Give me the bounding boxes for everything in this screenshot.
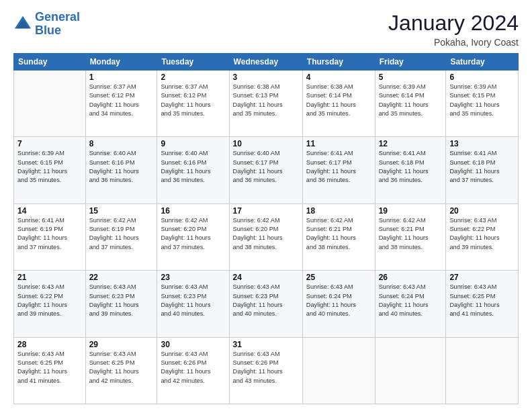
table-row: 2Sunrise: 6:37 AMSunset: 6:12 PMDaylight… bbox=[157, 71, 229, 137]
cell-info: Sunrise: 6:41 AMSunset: 6:18 PMDaylight:… bbox=[379, 149, 443, 185]
cell-daylight-label: Daylight: 11 hours bbox=[89, 101, 139, 108]
cell-info: Sunrise: 6:42 AMSunset: 6:21 PMDaylight:… bbox=[306, 216, 371, 252]
table-row: 25Sunrise: 6:43 AMSunset: 6:24 PMDayligh… bbox=[302, 271, 375, 337]
cell-sunrise: Sunrise: 6:42 AM bbox=[233, 217, 280, 224]
cell-sunrise: Sunrise: 6:43 AM bbox=[233, 283, 280, 290]
cell-day-number: 1 bbox=[89, 73, 154, 82]
cell-daylight-minutes: and 39 minutes. bbox=[17, 310, 61, 317]
cell-sunset: Sunset: 6:15 PM bbox=[449, 92, 495, 99]
cell-daylight-minutes: and 37 minutes. bbox=[449, 177, 493, 183]
cell-sunset: Sunset: 6:24 PM bbox=[306, 293, 352, 300]
header-day-wednesday: Wednesday bbox=[229, 54, 302, 71]
cell-day-number: 26 bbox=[379, 273, 443, 282]
cell-info: Sunrise: 6:42 AMSunset: 6:21 PMDaylight:… bbox=[379, 216, 443, 252]
cell-daylight-minutes: and 39 minutes. bbox=[89, 310, 133, 317]
cell-daylight-minutes: and 40 minutes. bbox=[233, 310, 277, 317]
cell-info: Sunrise: 6:43 AMSunset: 6:23 PMDaylight:… bbox=[89, 283, 154, 318]
cell-info: Sunrise: 6:43 AMSunset: 6:26 PMDaylight:… bbox=[233, 350, 299, 385]
table-row: 7Sunrise: 6:39 AMSunset: 6:15 PMDaylight… bbox=[14, 137, 86, 203]
table-row: 30Sunrise: 6:43 AMSunset: 6:26 PMDayligh… bbox=[157, 337, 229, 404]
cell-daylight-minutes: and 37 minutes. bbox=[89, 244, 133, 250]
table-row: 27Sunrise: 6:43 AMSunset: 6:25 PMDayligh… bbox=[446, 271, 519, 337]
calendar: SundayMondayTuesdayWednesdayThursdayFrid… bbox=[13, 53, 519, 404]
cell-sunrise: Sunrise: 6:40 AM bbox=[89, 150, 136, 156]
table-row: 16Sunrise: 6:42 AMSunset: 6:20 PMDayligh… bbox=[157, 203, 229, 270]
cell-daylight-minutes: and 39 minutes. bbox=[449, 244, 493, 250]
cell-sunset: Sunset: 6:19 PM bbox=[89, 226, 135, 232]
cell-daylight-label: Daylight: 11 hours bbox=[379, 168, 429, 175]
cell-daylight-minutes: and 43 minutes. bbox=[233, 377, 277, 384]
cell-daylight-label: Daylight: 11 hours bbox=[161, 168, 210, 175]
cell-daylight-label: Daylight: 11 hours bbox=[161, 302, 210, 308]
cell-daylight-label: Daylight: 11 hours bbox=[17, 168, 67, 175]
cell-sunset: Sunset: 6:12 PM bbox=[89, 92, 135, 99]
cell-info: Sunrise: 6:39 AMSunset: 6:15 PMDaylight:… bbox=[449, 83, 515, 118]
cell-sunrise: Sunrise: 6:42 AM bbox=[379, 217, 426, 224]
cell-sunset: Sunset: 6:25 PM bbox=[17, 359, 63, 366]
header: General Blue January 2024 Pokaha, Ivory … bbox=[13, 11, 519, 48]
cell-daylight-minutes: and 35 minutes. bbox=[306, 110, 350, 117]
cell-info: Sunrise: 6:43 AMSunset: 6:24 PMDaylight:… bbox=[379, 283, 443, 318]
cell-sunrise: Sunrise: 6:43 AM bbox=[233, 351, 280, 357]
table-row: 3Sunrise: 6:38 AMSunset: 6:13 PMDaylight… bbox=[229, 71, 302, 137]
cell-day-number: 28 bbox=[17, 340, 82, 349]
cell-sunset: Sunset: 6:14 PM bbox=[306, 92, 352, 99]
cell-sunrise: Sunrise: 6:42 AM bbox=[89, 217, 136, 224]
cell-sunrise: Sunrise: 6:41 AM bbox=[449, 150, 496, 156]
cell-daylight-minutes: and 36 minutes. bbox=[89, 177, 133, 183]
table-row bbox=[302, 337, 375, 404]
cell-day-number: 19 bbox=[379, 206, 443, 216]
cell-sunrise: Sunrise: 6:43 AM bbox=[306, 283, 353, 290]
cell-daylight-label: Daylight: 11 hours bbox=[161, 101, 210, 108]
cell-daylight-minutes: and 35 minutes. bbox=[379, 110, 423, 117]
cell-daylight-minutes: and 40 minutes. bbox=[306, 310, 350, 317]
cell-sunset: Sunset: 6:21 PM bbox=[306, 226, 352, 232]
cell-day-number: 22 bbox=[89, 273, 154, 282]
table-row: 6Sunrise: 6:39 AMSunset: 6:15 PMDaylight… bbox=[446, 71, 519, 137]
cell-daylight-minutes: and 34 minutes. bbox=[89, 110, 133, 117]
table-row bbox=[375, 337, 446, 404]
cell-info: Sunrise: 6:43 AMSunset: 6:23 PMDaylight:… bbox=[233, 283, 299, 318]
table-row: 18Sunrise: 6:42 AMSunset: 6:21 PMDayligh… bbox=[302, 203, 375, 270]
cell-info: Sunrise: 6:43 AMSunset: 6:24 PMDaylight:… bbox=[306, 283, 371, 318]
cell-day-number: 5 bbox=[379, 73, 443, 82]
cell-daylight-label: Daylight: 11 hours bbox=[89, 168, 139, 175]
cell-daylight-label: Daylight: 11 hours bbox=[379, 234, 429, 241]
cell-sunset: Sunset: 6:16 PM bbox=[161, 159, 206, 166]
table-row: 9Sunrise: 6:40 AMSunset: 6:16 PMDaylight… bbox=[157, 137, 229, 203]
cell-sunrise: Sunrise: 6:41 AM bbox=[17, 217, 64, 224]
cell-daylight-minutes: and 36 minutes. bbox=[379, 177, 423, 183]
table-row: 4Sunrise: 6:38 AMSunset: 6:14 PMDaylight… bbox=[302, 71, 375, 137]
cell-day-number: 3 bbox=[233, 73, 299, 82]
cell-daylight-minutes: and 41 minutes. bbox=[17, 377, 61, 384]
table-row bbox=[14, 71, 86, 137]
cell-info: Sunrise: 6:41 AMSunset: 6:17 PMDaylight:… bbox=[306, 149, 371, 185]
cell-daylight-minutes: and 40 minutes. bbox=[161, 310, 204, 317]
calendar-week-row: 1Sunrise: 6:37 AMSunset: 6:12 PMDaylight… bbox=[14, 71, 519, 137]
cell-daylight-minutes: and 41 minutes. bbox=[449, 310, 493, 317]
logo-line2: Blue bbox=[35, 24, 61, 37]
calendar-week-row: 7Sunrise: 6:39 AMSunset: 6:15 PMDaylight… bbox=[14, 137, 519, 203]
cell-daylight-label: Daylight: 11 hours bbox=[306, 168, 356, 175]
cell-info: Sunrise: 6:37 AMSunset: 6:12 PMDaylight:… bbox=[161, 83, 225, 118]
cell-day-number: 10 bbox=[233, 139, 299, 148]
cell-info: Sunrise: 6:42 AMSunset: 6:19 PMDaylight:… bbox=[89, 216, 154, 252]
cell-day-number: 20 bbox=[449, 206, 515, 216]
cell-sunset: Sunset: 6:23 PM bbox=[89, 293, 135, 300]
cell-info: Sunrise: 6:37 AMSunset: 6:12 PMDaylight:… bbox=[89, 83, 154, 118]
cell-daylight-label: Daylight: 11 hours bbox=[17, 234, 67, 241]
cell-sunset: Sunset: 6:21 PM bbox=[379, 226, 425, 232]
table-row: 13Sunrise: 6:41 AMSunset: 6:18 PMDayligh… bbox=[446, 137, 519, 203]
cell-info: Sunrise: 6:41 AMSunset: 6:19 PMDaylight:… bbox=[17, 216, 82, 252]
logo-icon bbox=[13, 15, 32, 34]
cell-daylight-label: Daylight: 11 hours bbox=[449, 101, 499, 108]
table-row: 22Sunrise: 6:43 AMSunset: 6:23 PMDayligh… bbox=[85, 271, 157, 337]
cell-daylight-minutes: and 35 minutes. bbox=[233, 110, 277, 117]
cell-daylight-label: Daylight: 11 hours bbox=[89, 368, 139, 375]
cell-daylight-minutes: and 38 minutes. bbox=[233, 244, 277, 250]
header-day-tuesday: Tuesday bbox=[157, 54, 229, 71]
cell-sunrise: Sunrise: 6:43 AM bbox=[379, 283, 426, 290]
cell-daylight-label: Daylight: 11 hours bbox=[379, 302, 429, 308]
cell-sunset: Sunset: 6:13 PM bbox=[233, 92, 279, 99]
cell-sunset: Sunset: 6:16 PM bbox=[89, 159, 135, 166]
